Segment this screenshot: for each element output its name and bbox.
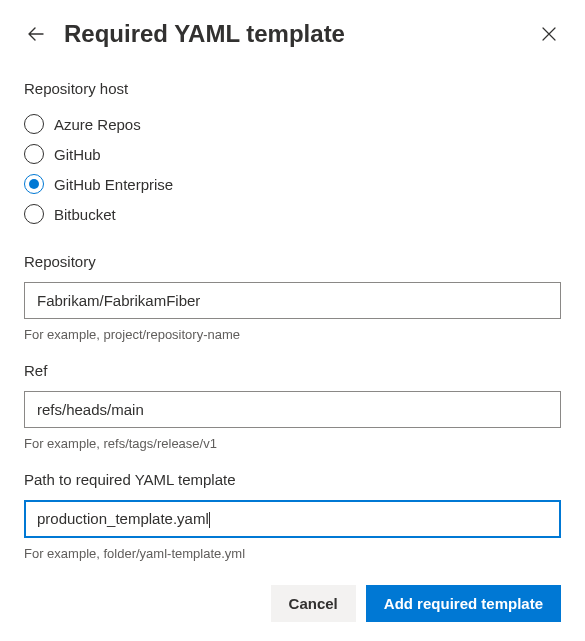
path-hint: For example, folder/yaml-template.yml <box>24 546 561 561</box>
add-required-template-button[interactable]: Add required template <box>366 585 561 622</box>
repository-field-group: Repository For example, project/reposito… <box>24 253 561 342</box>
radio-label: Bitbucket <box>54 206 116 223</box>
radio-option-github[interactable]: GitHub <box>24 139 561 169</box>
host-section-label: Repository host <box>24 80 561 97</box>
repository-host-radio-group: Azure Repos GitHub GitHub Enterprise Bit… <box>24 109 561 229</box>
repository-hint: For example, project/repository-name <box>24 327 561 342</box>
ref-label: Ref <box>24 362 561 379</box>
ref-hint: For example, refs/tags/release/v1 <box>24 436 561 451</box>
ref-field-group: Ref For example, refs/tags/release/v1 <box>24 362 561 451</box>
cancel-button[interactable]: Cancel <box>271 585 356 622</box>
radio-label: Azure Repos <box>54 116 141 133</box>
radio-circle-selected-icon <box>24 174 44 194</box>
path-label: Path to required YAML template <box>24 471 561 488</box>
radio-option-github-enterprise[interactable]: GitHub Enterprise <box>24 169 561 199</box>
close-icon <box>542 27 556 41</box>
radio-option-bitbucket[interactable]: Bitbucket <box>24 199 561 229</box>
dialog-title: Required YAML template <box>64 20 537 48</box>
dialog-footer: Cancel Add required template <box>24 585 561 622</box>
path-field-group: Path to required YAML template productio… <box>24 471 561 561</box>
radio-dot-icon <box>29 179 39 189</box>
repository-label: Repository <box>24 253 561 270</box>
radio-circle-icon <box>24 204 44 224</box>
path-input[interactable]: production_template.yaml <box>24 500 561 538</box>
radio-circle-icon <box>24 144 44 164</box>
radio-option-azure-repos[interactable]: Azure Repos <box>24 109 561 139</box>
radio-label: GitHub Enterprise <box>54 176 173 193</box>
arrow-left-icon <box>27 25 45 43</box>
ref-input[interactable] <box>24 391 561 428</box>
close-button[interactable] <box>537 22 561 46</box>
repository-input[interactable] <box>24 282 561 319</box>
radio-label: GitHub <box>54 146 101 163</box>
radio-circle-icon <box>24 114 44 134</box>
back-button[interactable] <box>24 22 48 46</box>
path-input-value: production_template.yaml <box>37 510 210 527</box>
dialog-header: Required YAML template <box>24 20 561 48</box>
